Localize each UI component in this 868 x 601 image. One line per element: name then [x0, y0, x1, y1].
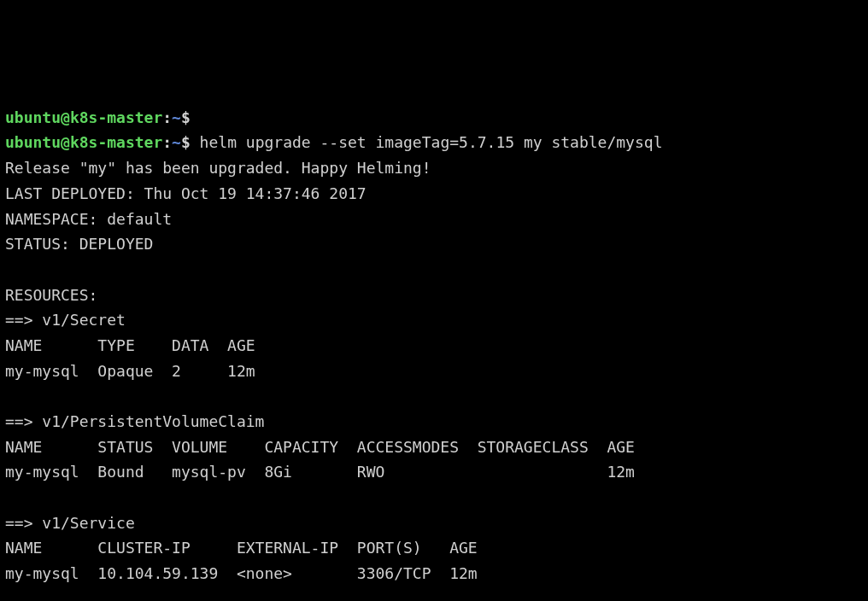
prompt-dollar: $ [181, 108, 191, 126]
blank-line [5, 485, 863, 511]
service-row: my-mysql 10.104.59.139 <none> 3306/TCP 1… [5, 561, 863, 586]
prompt-line-2[interactable]: ubuntu@k8s-master:~$ helm upgrade --set … [5, 130, 863, 155]
prompt-colon: : [162, 133, 172, 151]
prompt-line-1[interactable]: ubuntu@k8s-master:~$ [5, 105, 863, 131]
prompt-colon: : [162, 108, 172, 126]
prompt-at: @ [61, 133, 70, 151]
status: STATUS: DEPLOYED [5, 231, 863, 257]
service-header: ==> v1/Service [5, 511, 863, 536]
secret-columns: NAME TYPE DATA AGE [5, 333, 863, 359]
blank-line [5, 257, 863, 283]
service-columns: NAME CLUSTER-IP EXTERNAL-IP PORT(S) AGE [5, 535, 863, 561]
blank-line [5, 586, 863, 601]
pvc-columns: NAME STATUS VOLUME CAPACITY ACCESSMODES … [5, 435, 863, 460]
secret-header: ==> v1/Secret [5, 307, 863, 333]
pvc-row: my-mysql Bound mysql-pv 8Gi RWO 12m [5, 459, 863, 485]
prompt-host: k8s-master [70, 133, 162, 151]
last-deployed: LAST DEPLOYED: Thu Oct 19 14:37:46 2017 [5, 181, 863, 207]
prompt-user: ubuntu [5, 133, 61, 151]
command-text: helm upgrade --set imageTag=5.7.15 my st… [191, 133, 663, 151]
prompt-at: @ [61, 108, 70, 126]
prompt-path: ~ [172, 108, 181, 126]
namespace: NAMESPACE: default [5, 207, 863, 232]
prompt-path: ~ [172, 133, 181, 151]
prompt-dollar: $ [181, 133, 191, 151]
release-message: Release "my" has been upgraded. Happy He… [5, 155, 863, 181]
pvc-header: ==> v1/PersistentVolumeClaim [5, 409, 863, 435]
resources-label: RESOURCES: [5, 283, 863, 308]
secret-row: my-mysql Opaque 2 12m [5, 359, 863, 384]
prompt-host: k8s-master [70, 108, 162, 126]
prompt-user: ubuntu [5, 108, 61, 126]
blank-line [5, 383, 863, 409]
